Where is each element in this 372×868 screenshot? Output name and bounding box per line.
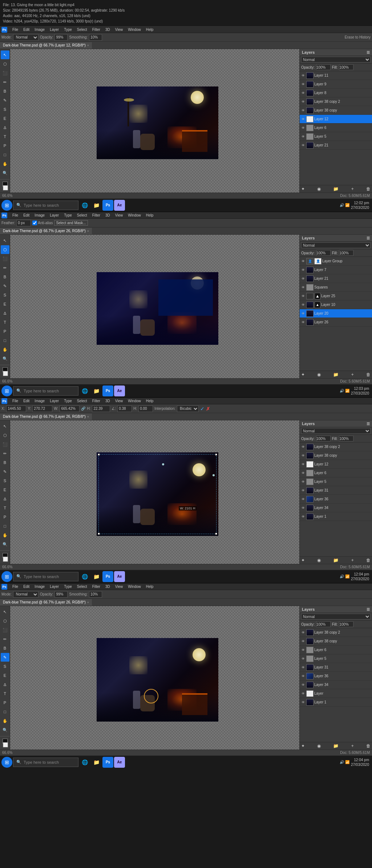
menu-view-2[interactable]: View	[113, 212, 125, 219]
start-button-4[interactable]: ⊞	[1, 757, 12, 768]
layer-item-2-1[interactable]: 👁 Layer 7	[300, 266, 372, 274]
menu-help-2[interactable]: Help	[144, 212, 156, 219]
layer-item-2-top[interactable]: 👁 👤 👤 Layer Group	[300, 257, 372, 266]
tool-4-eraser[interactable]: E	[1, 671, 9, 680]
tool-2-clone[interactable]: S	[1, 291, 9, 299]
interpolation-select-3[interactable]: Bicubic	[177, 405, 199, 412]
tool-hand[interactable]: ✋	[1, 160, 9, 168]
layer-eye-9[interactable]: 👁	[300, 143, 306, 148]
layer-item-1-8[interactable]: 👁 Layer 5	[300, 132, 372, 141]
layers-menu-btn-3[interactable]: ☰	[367, 422, 370, 426]
layer-eye-1[interactable]: 👁	[300, 73, 306, 78]
canvas-area-3[interactable]: W: 2101 H	[10, 420, 299, 564]
tool-2-text[interactable]: T	[1, 318, 9, 327]
tool-4-path[interactable]: P	[1, 698, 9, 707]
layer-eye-4-8[interactable]: 👁	[300, 691, 306, 696]
menu-type-1[interactable]: Type	[62, 27, 74, 33]
layer-eye-3-9[interactable]: 👁	[300, 514, 306, 519]
menu-edit-4[interactable]: Edit	[21, 584, 32, 590]
layer-item-4-6[interactable]: 👁 Layer 36	[300, 672, 372, 681]
layer-item-3-8[interactable]: 👁 Layer 34	[300, 504, 372, 512]
layer-item-2-6[interactable]: 👁 Layer 20	[300, 309, 372, 318]
layer-item-3-9[interactable]: 👁 Layer 1	[300, 512, 372, 521]
tool-lasso[interactable]: ⬡	[1, 60, 9, 68]
menu-filter-2[interactable]: Filter	[90, 212, 102, 219]
tool-3-eyedropper[interactable]: ✏	[1, 449, 9, 458]
tool-4-hand[interactable]: ✋	[1, 716, 9, 725]
taskbar-icon-ps-2[interactable]: Ps	[102, 385, 113, 396]
taskbar-icon-ps-4[interactable]: Ps	[102, 757, 113, 768]
layer-eye-3-8[interactable]: 👁	[300, 505, 306, 510]
menu-edit-2[interactable]: Edit	[21, 212, 32, 219]
transform-handle-tr[interactable]	[215, 453, 217, 456]
layer-item-4-3[interactable]: 👁 Layer 6	[300, 646, 372, 654]
taskbar-icon-ps-1[interactable]: Ps	[102, 200, 113, 211]
tool-3-shape[interactable]: □	[1, 522, 9, 530]
opacity-input[interactable]	[54, 34, 68, 41]
taskbar-icon-edge[interactable]: 🌐	[79, 200, 90, 211]
layer-eye-3-1[interactable]: 👁	[300, 444, 306, 449]
layer-item-2-5[interactable]: 👁 ▲ Layer 10	[300, 300, 372, 309]
start-button-3[interactable]: ⊞	[1, 571, 12, 582]
taskbar-icon-ae-4[interactable]: Ae	[114, 757, 125, 768]
menu-file-2[interactable]: File	[10, 212, 20, 219]
menu-3d-4[interactable]: 3D	[103, 584, 112, 590]
add-adjustment-btn-1[interactable]: ✦	[301, 186, 305, 191]
menu-filter-3[interactable]: Filter	[90, 398, 102, 404]
layer-item-1-4[interactable]: 👁 Layer 38 copy 2	[300, 97, 372, 106]
layer-item-3-6[interactable]: 👁 Layer 31	[300, 486, 372, 495]
active-tab-3[interactable]: Dark-blue Theme.psd @ 66.7% (Layer 26, R…	[0, 413, 92, 420]
layers-menu-btn-4[interactable]: ☰	[367, 607, 370, 611]
tool-3-select[interactable]: ↖	[1, 422, 9, 431]
layer-eye-4-9[interactable]: 👁	[300, 700, 306, 705]
layer-eye-2-4[interactable]: 👁	[300, 285, 306, 290]
layer-eye-2-3[interactable]: 👁	[300, 276, 306, 281]
blend-mode-select-4[interactable]: Normal	[301, 614, 371, 619]
layer-item-3-4[interactable]: 👁 Layer 6	[300, 469, 372, 477]
tool-2-eraser[interactable]: E	[1, 300, 9, 308]
layer-eye-2-7[interactable]: 👁	[300, 311, 306, 316]
skewh-input-3[interactable]	[138, 405, 153, 412]
active-tab-1[interactable]: Dark-blue Theme.psd @ 66.7% (Layer 12, R…	[0, 42, 92, 49]
taskbar-icon-ae-3[interactable]: Ae	[114, 571, 125, 582]
menu-window-3[interactable]: Window	[126, 398, 143, 404]
menu-3d-1[interactable]: 3D	[103, 27, 112, 33]
w-input-3[interactable]	[60, 405, 80, 412]
menu-file-1[interactable]: File	[10, 27, 20, 33]
add-group-btn-3[interactable]: 📁	[333, 558, 339, 563]
start-button-1[interactable]: ⊞	[1, 200, 12, 211]
menu-type-2[interactable]: Type	[62, 212, 74, 219]
layer-item-1-2[interactable]: 👁 Layer 9	[300, 80, 372, 89]
layer-item-3-2[interactable]: 👁 Layer 38 copy	[300, 451, 372, 460]
menu-edit-3[interactable]: Edit	[21, 398, 32, 404]
taskbar-icon-edge-2[interactable]: 🌐	[79, 385, 90, 396]
menu-filter-4[interactable]: Filter	[90, 584, 102, 590]
add-mask-btn-1[interactable]: ◉	[317, 186, 321, 191]
opacity-value-1[interactable]	[316, 64, 331, 70]
background-color-4[interactable]	[3, 742, 8, 747]
taskbar-icon-folder-3[interactable]: 📁	[91, 571, 102, 582]
fill-value-1[interactable]	[339, 64, 353, 70]
tool-2-brush[interactable]: ✎	[1, 282, 9, 290]
layers-menu-btn-1[interactable]: ☰	[367, 51, 370, 54]
tool-2-select[interactable]: ↖	[1, 236, 9, 245]
transform-handle-tl[interactable]	[98, 453, 100, 456]
tool-3-brush[interactable]: ✎	[1, 467, 9, 476]
layer-item-1-3[interactable]: 👁 Layer 8	[300, 89, 372, 97]
tab-close-4[interactable]: ×	[87, 599, 89, 606]
opacity-value-2[interactable]	[316, 250, 331, 256]
taskbar-icon-folder-2[interactable]: 📁	[91, 385, 102, 396]
canvas-area-2[interactable]	[10, 235, 299, 378]
tool-zoom[interactable]: 🔍	[1, 169, 9, 177]
tool-eyedropper[interactable]: ✏	[1, 78, 9, 86]
menu-type-3[interactable]: Type	[62, 398, 74, 404]
tab-close-3[interactable]: ×	[87, 413, 89, 420]
taskbar-search-4[interactable]: 🔍 Type here to search	[13, 758, 78, 767]
tool-3-crop[interactable]: ⬛	[1, 440, 9, 449]
taskbar-search-2[interactable]: 🔍 Type here to search	[13, 386, 78, 396]
menu-select-4[interactable]: Select	[75, 584, 89, 590]
layer-eye-3-6[interactable]: 👁	[300, 488, 306, 493]
layer-eye-4-5[interactable]: 👁	[300, 665, 306, 670]
taskbar-icon-edge-4[interactable]: 🌐	[79, 757, 90, 768]
add-adjustment-btn-4[interactable]: ✦	[301, 743, 305, 748]
